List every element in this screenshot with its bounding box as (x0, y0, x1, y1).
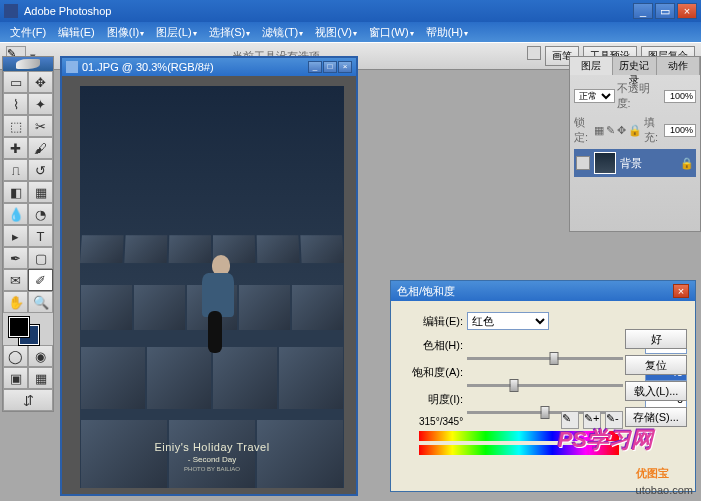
lock-icon: 🔒 (680, 157, 694, 170)
lock-position-icon[interactable]: ✥ (617, 124, 626, 137)
window-minimize-button[interactable]: _ (633, 3, 653, 19)
blur-tool[interactable]: 💧 (3, 203, 28, 225)
menu-filter[interactable]: 滤镜(T)▾ (256, 23, 309, 42)
lightness-slider-thumb[interactable] (541, 406, 550, 419)
crop-tool[interactable]: ⬚ (3, 115, 28, 137)
lightness-label: 明度(I): (405, 392, 467, 407)
layer-background[interactable]: 背景 🔒 (574, 149, 696, 177)
document-window: 01.JPG @ 30.3%(RGB/8#) _ □ × Einiy's Hol… (60, 56, 358, 496)
saturation-label: 饱和度(A): (405, 365, 467, 380)
saturation-slider[interactable] (467, 384, 623, 387)
menu-help[interactable]: 帮助(H)▾ (420, 23, 474, 42)
toolbox: ▭ ✥ ⌇ ✦ ⬚ ✂ ✚ 🖌 ⎍ ↺ ◧ ▦ 💧 ◔ ▸ T ✒ ▢ ✉ ✐ … (2, 56, 54, 412)
brush-tool[interactable]: 🖌 (28, 137, 53, 159)
tab-history[interactable]: 历史记录 (613, 57, 656, 75)
slice-tool[interactable]: ✂ (28, 115, 53, 137)
reset-button[interactable]: 复位 (625, 355, 687, 375)
eyedropper-subtract-icon[interactable]: ✎- (605, 411, 623, 429)
zoom-tool[interactable]: 🔍 (28, 291, 53, 313)
chevron-down-icon: ▾ (193, 29, 197, 38)
stamp-tool[interactable]: ⎍ (3, 159, 28, 181)
lock-transparent-icon[interactable]: ▦ (594, 124, 604, 137)
notes-tool[interactable]: ✉ (3, 269, 28, 291)
jump-to-imageready[interactable]: ⇵ (3, 389, 53, 411)
window-maximize-button[interactable]: ▭ (655, 3, 675, 19)
foreground-color[interactable] (9, 317, 29, 337)
visibility-icon[interactable] (576, 156, 590, 170)
eyedropper-add-icon[interactable]: ✎+ (583, 411, 601, 429)
document-title: 01.JPG @ 30.3%(RGB/8#) (82, 61, 214, 73)
hue-label: 色相(H): (405, 338, 467, 353)
eyedropper-tool[interactable]: ✐ (28, 269, 53, 291)
edit-label: 编辑(E): (405, 314, 467, 329)
save-button[interactable]: 存储(S)... (625, 407, 687, 427)
fill-input[interactable] (664, 124, 696, 137)
lock-pixels-icon[interactable]: ✎ (606, 124, 615, 137)
hand-tool[interactable]: ✋ (3, 291, 28, 313)
menu-layer[interactable]: 图层(L)▾ (150, 23, 202, 42)
menu-view[interactable]: 视图(V)▾ (309, 23, 363, 42)
healing-tool[interactable]: ✚ (3, 137, 28, 159)
hue-spectrum-top[interactable] (419, 431, 619, 441)
dialog-titlebar[interactable]: 色相/饱和度 × (391, 281, 695, 301)
menu-file[interactable]: 文件(F) (4, 23, 52, 42)
type-tool[interactable]: T (28, 225, 53, 247)
load-button[interactable]: 载入(L)... (625, 381, 687, 401)
opacity-input[interactable] (664, 90, 696, 103)
toolbox-header[interactable] (3, 57, 53, 71)
tab-actions[interactable]: 动作 (657, 57, 700, 75)
move-tool[interactable]: ✥ (28, 71, 53, 93)
quickmask-on[interactable]: ◉ (28, 345, 53, 367)
menu-image[interactable]: 图像(I)▾ (101, 23, 150, 42)
hue-slider[interactable] (467, 357, 623, 360)
history-brush-tool[interactable]: ↺ (28, 159, 53, 181)
menu-window[interactable]: 窗口(W)▾ (363, 23, 420, 42)
doc-close-button[interactable]: × (338, 61, 352, 73)
gradient-tool[interactable]: ▦ (28, 181, 53, 203)
caption-main: Einiy's Holiday Travel (80, 441, 344, 453)
shape-tool[interactable]: ▢ (28, 247, 53, 269)
menu-edit[interactable]: 编辑(E) (52, 23, 101, 42)
menu-select[interactable]: 选择(S)▾ (203, 23, 257, 42)
chevron-down-icon: ▾ (464, 29, 468, 38)
layers-panel: 图层 历史记录 动作 正常 不透明度: 锁定: ▦ ✎ ✥ 🔒 填充: (569, 56, 701, 232)
eyedropper-sample-icon[interactable]: ✎ (561, 411, 579, 429)
pen-tool[interactable]: ✒ (3, 247, 28, 269)
screenmode-standard[interactable]: ▣ (3, 367, 28, 389)
saturation-slider-thumb[interactable] (509, 379, 518, 392)
lock-all-icon[interactable]: 🔒 (628, 124, 642, 137)
chevron-down-icon: ▾ (246, 29, 250, 38)
palette-well-icon[interactable] (527, 46, 541, 60)
screenmode-full[interactable]: ▦ (28, 367, 53, 389)
doc-maximize-button[interactable]: □ (323, 61, 337, 73)
lasso-tool[interactable]: ⌇ (3, 93, 28, 115)
dialog-title-text: 色相/饱和度 (397, 284, 455, 299)
app-titlebar: Adobe Photoshop _ ▭ × (0, 0, 701, 22)
blend-mode-select[interactable]: 正常 (574, 89, 615, 103)
layer-thumbnail[interactable] (594, 152, 616, 174)
document-icon (66, 61, 78, 73)
hue-spectrum-bottom[interactable] (419, 445, 619, 455)
marquee-tool[interactable]: ▭ (3, 71, 28, 93)
tab-layers[interactable]: 图层 (570, 57, 613, 75)
canvas[interactable]: Einiy's Holiday Travel - Second Day PHOT… (80, 86, 344, 488)
chevron-down-icon: ▾ (299, 29, 303, 38)
chevron-down-icon: ▾ (353, 29, 357, 38)
edit-select[interactable]: 红色 (467, 312, 549, 330)
caption-credit: PHOTO BY BAILIAO (80, 466, 344, 472)
hue-slider-thumb[interactable] (550, 352, 559, 365)
quickmask-off[interactable]: ◯ (3, 345, 28, 367)
ok-button[interactable]: 好 (625, 329, 687, 349)
doc-minimize-button[interactable]: _ (308, 61, 322, 73)
dialog-close-button[interactable]: × (673, 284, 689, 298)
path-tool[interactable]: ▸ (3, 225, 28, 247)
layer-name: 背景 (620, 156, 642, 171)
magic-wand-tool[interactable]: ✦ (28, 93, 53, 115)
document-titlebar[interactable]: 01.JPG @ 30.3%(RGB/8#) _ □ × (62, 58, 356, 76)
app-icon (4, 4, 18, 18)
image-caption: Einiy's Holiday Travel - Second Day PHOT… (80, 441, 344, 472)
opacity-label: 不透明度: (617, 81, 662, 111)
eraser-tool[interactable]: ◧ (3, 181, 28, 203)
dodge-tool[interactable]: ◔ (28, 203, 53, 225)
window-close-button[interactable]: × (677, 3, 697, 19)
